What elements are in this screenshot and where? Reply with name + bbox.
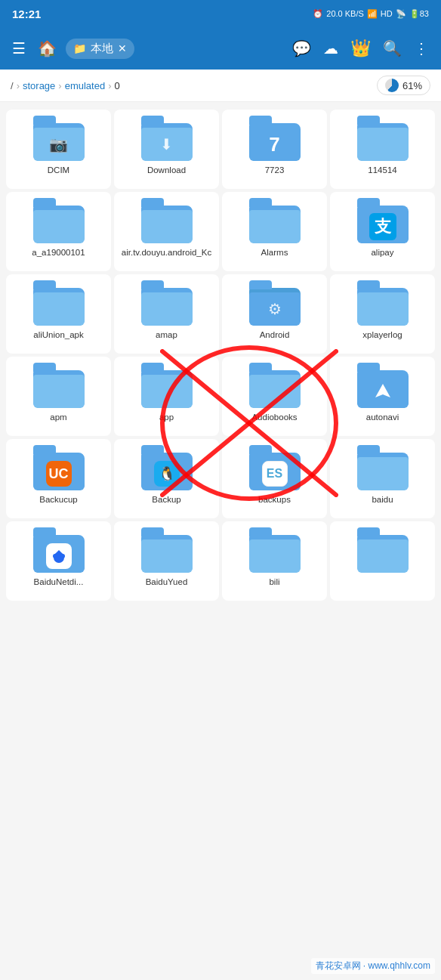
gear-icon: ⚙ — [268, 300, 282, 318]
nav-bar: ☰ 🏠 📁 本地 ✕ 💬 ☁ 👑 🔍 ⋮ — [0, 27, 441, 70]
signal-icon: 📡 — [396, 9, 406, 19]
folder-backups-label: backups — [258, 494, 291, 505]
backucup-logo-icon: UC — [46, 461, 72, 487]
autonavi-logo-icon — [372, 381, 393, 402]
cloud-button[interactable]: ☁ — [320, 36, 341, 60]
folder-download-icon: ⬇ — [141, 117, 193, 161]
folder-aliunion-icon — [33, 282, 85, 326]
folder-backup-label: Backup — [152, 494, 180, 505]
folder-amap[interactable]: amap — [114, 274, 219, 354]
status-bar: 12:21 ⏰ 20.0 KB/S 📶 HD 📡 🔋83 — [0, 0, 441, 27]
folder-7723[interactable]: 7 7723 — [222, 110, 327, 189]
storage-badge: 61% — [377, 76, 430, 95]
folder-app-label: app — [159, 412, 174, 423]
folder-bili[interactable]: bili — [222, 521, 327, 601]
local-tab[interactable]: 📁 本地 ✕ — [66, 39, 134, 59]
folder-backups[interactable]: ES backups — [222, 439, 327, 518]
svg-marker-2 — [54, 550, 63, 555]
breadcrumb-sep1: › — [17, 80, 20, 91]
folder-apm-label: apm — [50, 412, 66, 423]
breadcrumb-sep2: › — [58, 80, 61, 91]
folder-alarms[interactable]: Alarms — [222, 192, 327, 271]
backups-es-logo-icon: ES — [262, 461, 288, 487]
folder-aliunion-label: aliUnion_apk — [33, 329, 84, 341]
crown-icon: 👑 — [350, 39, 371, 57]
breadcrumb-storage[interactable]: storage — [23, 80, 55, 91]
svg-point-3 — [53, 554, 57, 558]
breadcrumb-current[interactable]: 0 — [115, 80, 120, 91]
folder-alipay-icon: 支 — [357, 199, 409, 243]
status-icons: ⏰ 20.0 KB/S 📶 HD 📡 🔋83 — [313, 9, 429, 19]
more-button[interactable]: ⋮ — [411, 36, 432, 60]
search-icon: 🔍 — [383, 40, 402, 57]
folder-apm-icon — [33, 364, 85, 408]
folder-airtv-icon — [141, 199, 193, 243]
folder-airtv[interactable]: air.tv.douyu.android_Kc — [114, 192, 219, 271]
folder-baiduyued-icon — [141, 529, 193, 573]
folder-xplayerlog-icon — [357, 282, 409, 326]
folder-a190001-icon — [33, 199, 85, 243]
folder-alipay-label: alipay — [371, 247, 393, 258]
folder-a190001[interactable]: a_a19000101 — [6, 192, 111, 271]
home-button[interactable]: 🏠 — [35, 36, 60, 60]
folder-autonavi[interactable]: autonavi — [330, 357, 435, 436]
menu-icon: ☰ — [12, 39, 26, 57]
folder-dcim-label: DCIM — [48, 165, 69, 176]
hd-badge: HD — [381, 9, 393, 18]
tab-folder-icon: 📁 — [73, 42, 86, 54]
baidu-cloud-icon — [50, 547, 68, 565]
battery-icon: 🔋83 — [409, 9, 429, 19]
backup-qq-logo-icon: 🐧 — [154, 461, 180, 487]
folder-baidunetdisk[interactable]: BaiduNetdi... — [6, 521, 111, 601]
folder-audiobooks[interactable]: Audiobooks — [222, 357, 327, 436]
folder-apm[interactable]: apm — [6, 357, 111, 436]
folder-dcim[interactable]: 📷 DCIM — [6, 110, 111, 189]
baidunetdisk-logo-icon — [46, 543, 72, 569]
folder-alipay[interactable]: 支 alipay — [330, 192, 435, 271]
folder-app[interactable]: app — [114, 357, 219, 436]
folder-download-label: Download — [147, 165, 186, 176]
breadcrumb-emulated[interactable]: emulated — [65, 80, 105, 91]
folder-backup[interactable]: 🐧 Backup — [114, 439, 219, 518]
tab-close-icon[interactable]: ✕ — [118, 42, 127, 54]
folder-backucup-icon: UC — [33, 447, 85, 490]
speech-bubble-button[interactable]: 💬 — [289, 36, 314, 60]
folder-airtv-label: air.tv.douyu.android_Kc — [122, 247, 211, 258]
home-icon: 🏠 — [38, 39, 57, 57]
folder-a190001-label: a_a19000101 — [32, 247, 85, 258]
crown-button[interactable]: 👑 — [347, 36, 374, 61]
folder-download[interactable]: ⬇ Download — [114, 110, 219, 189]
breadcrumb-root[interactable]: / — [11, 80, 14, 91]
folder-baiduyued[interactable]: BaiduYued — [114, 521, 219, 601]
folder-7723-label: 7723 — [265, 165, 285, 176]
watermark: 青花安卓网 · www.qhhlv.com — [311, 958, 435, 974]
folder-android-label: Android — [260, 329, 290, 341]
folder-baidu-label: baidu — [372, 494, 393, 505]
breadcrumb-sep3: › — [108, 80, 111, 91]
speed-indicator: 20.0 KB/S — [326, 9, 364, 18]
folder-114514[interactable]: 114514 — [330, 110, 435, 189]
folder-alarms-label: Alarms — [261, 247, 288, 258]
folder-audiobooks-label: Audiobooks — [251, 412, 297, 423]
folder-xplayerlog[interactable]: xplayerlog — [330, 274, 435, 354]
number-7-icon: 7 — [269, 133, 279, 156]
alipay-logo-icon: 支 — [369, 213, 396, 240]
breadcrumb: / › storage › emulated › 0 61% — [0, 70, 441, 102]
cloud-icon: ☁ — [323, 40, 338, 57]
folder-baiduyued-label: BaiduYued — [146, 577, 188, 588]
folder-backucup[interactable]: UC Backucup — [6, 439, 111, 518]
folder-xplayerlog-label: xplayerlog — [362, 329, 402, 341]
folder-audiobooks-icon — [249, 364, 301, 408]
search-button[interactable]: 🔍 — [380, 36, 405, 60]
folder-baidunetdisk-label: BaiduNetdi... — [34, 577, 84, 588]
menu-button[interactable]: ☰ — [9, 36, 29, 60]
file-grid-section: 📷 DCIM ⬇ Download 7 7723 — [0, 102, 441, 608]
folder-baidu[interactable]: baidu — [330, 439, 435, 518]
folder-android[interactable]: ⚙ Android — [222, 274, 327, 354]
folder-partial-icon — [357, 529, 409, 573]
svg-point-4 — [60, 554, 65, 558]
folder-aliunion[interactable]: aliUnion_apk — [6, 274, 111, 354]
folder-partial[interactable] — [330, 521, 435, 601]
nav-right-icons: 💬 ☁ 👑 🔍 ⋮ — [289, 36, 432, 61]
folder-7723-icon: 7 — [249, 117, 301, 161]
